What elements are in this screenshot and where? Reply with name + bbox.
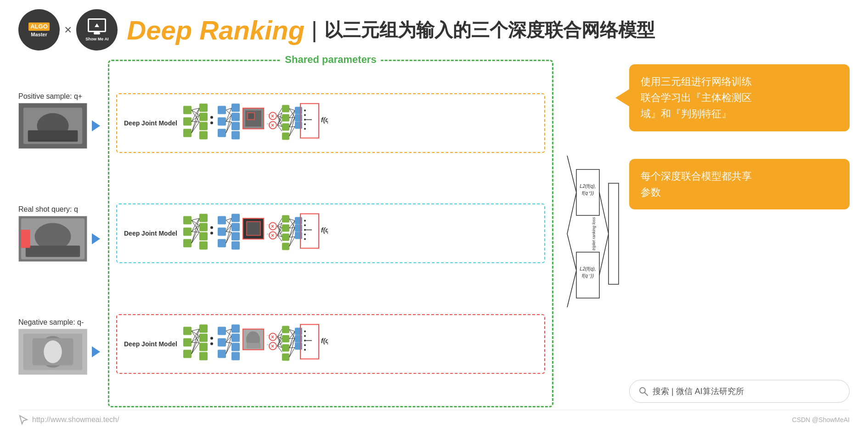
svg-line-186 <box>226 329 231 342</box>
svg-line-248 <box>599 192 609 234</box>
monitor-icon <box>88 18 106 32</box>
svg-point-83 <box>304 119 306 121</box>
svg-line-95 <box>192 219 199 232</box>
svg-text:×: × <box>271 333 274 340</box>
svg-rect-108 <box>218 228 226 236</box>
footer: http://www.showmeai.tech/ CSDN @ShowMeAI <box>18 410 850 425</box>
svg-rect-90 <box>183 228 192 236</box>
svg-rect-78 <box>295 107 302 114</box>
title-area: Deep Ranking | 以三元组为输入的三个深度联合网络模型 <box>127 15 850 45</box>
svg-rect-119 <box>231 232 240 241</box>
svg-line-73 <box>289 118 295 118</box>
svg-rect-122 <box>247 222 260 236</box>
svg-rect-45 <box>231 131 240 140</box>
query-model-label: Deep Joint Model <box>124 230 177 237</box>
svg-rect-140 <box>282 225 289 232</box>
svg-point-105 <box>210 226 213 229</box>
svg-rect-139 <box>282 215 289 223</box>
svg-line-222 <box>289 338 295 338</box>
search-placeholder-text: 搜索 | 微信 AI算法研究所 <box>653 386 744 397</box>
svg-rect-250 <box>609 183 619 284</box>
svg-line-77 <box>289 127 295 136</box>
svg-line-169 <box>192 329 199 342</box>
footer-left: http://www.showmeai.tech/ <box>18 415 119 425</box>
svg-rect-194 <box>231 352 240 360</box>
negative-model-label: Deep Joint Model <box>124 340 177 348</box>
svg-rect-191 <box>231 324 240 333</box>
svg-line-112 <box>226 219 231 232</box>
positive-arrow-right <box>92 120 100 131</box>
footer-url: http://www.showmeai.tech/ <box>32 416 119 424</box>
svg-point-179 <box>210 337 213 339</box>
query-arrow-right <box>92 233 100 244</box>
svg-rect-109 <box>218 239 226 248</box>
svg-rect-181 <box>218 327 226 335</box>
svg-rect-142 <box>282 243 289 250</box>
svg-text:→: → <box>266 222 271 227</box>
positive-sample-item: Positive sample: q+ <box>18 92 101 149</box>
svg-rect-68 <box>282 133 289 140</box>
svg-text:←: ← <box>266 231 271 237</box>
svg-rect-44 <box>231 122 240 130</box>
svg-rect-163 <box>183 327 192 335</box>
svg-rect-154 <box>295 232 302 239</box>
svg-rect-32 <box>218 106 226 114</box>
svg-rect-236 <box>300 324 319 359</box>
svg-point-156 <box>304 225 306 226</box>
svg-point-85 <box>304 128 306 130</box>
svg-text:f(q⁻): f(q⁻) <box>321 337 328 344</box>
svg-text:L2(f(q),: L2(f(q), <box>580 183 596 189</box>
page-title-chinese: 以三元组为输入的三个深度联合网络模型 <box>324 17 655 43</box>
right-panel: 使用三元组进行网络训练联合学习出『主体检测区域』和『判别特征』 每个深度联合模型… <box>629 60 850 407</box>
negative-arrow-right <box>92 346 100 357</box>
svg-marker-254 <box>20 416 27 424</box>
svg-point-232 <box>304 339 306 341</box>
svg-rect-103 <box>199 232 208 241</box>
svg-point-31 <box>210 122 213 124</box>
svg-line-171 <box>192 342 199 343</box>
svg-rect-120 <box>231 242 240 250</box>
svg-rect-178 <box>199 352 208 360</box>
svg-rect-161 <box>300 214 319 248</box>
positive-sample-image <box>18 103 87 149</box>
svg-rect-33 <box>218 118 226 126</box>
diagram-area: Positive sample: q+ <box>18 60 620 407</box>
svg-point-157 <box>304 229 306 231</box>
svg-rect-65 <box>282 105 289 113</box>
svg-point-30 <box>210 116 213 119</box>
svg-line-238 <box>567 156 576 192</box>
svg-point-230 <box>304 330 306 332</box>
footer-credit: CSDN @ShowMeAI <box>792 416 850 423</box>
svg-point-180 <box>210 342 213 345</box>
svg-line-20 <box>192 108 199 122</box>
svg-rect-42 <box>231 104 240 112</box>
svg-text:→: → <box>266 112 271 117</box>
svg-rect-8 <box>21 230 30 248</box>
svg-text:←: ← <box>266 341 271 347</box>
svg-text:×: × <box>271 223 274 230</box>
svg-line-70 <box>289 111 295 118</box>
svg-line-24 <box>192 115 199 133</box>
bubble1-text: 使用三元组进行网络训练联合学习出『主体检测区域』和『判别特征』 <box>641 76 752 119</box>
svg-line-39 <box>226 122 231 122</box>
svg-line-114 <box>226 232 231 232</box>
search-box[interactable]: 搜索 | 微信 AI算法研究所 <box>629 380 850 403</box>
svg-line-150 <box>289 237 295 237</box>
negative-sample-label: Negative sample: q- <box>18 318 84 327</box>
query-model-row: Deep Joint Model <box>116 203 545 263</box>
loss-diagram: L2(f(q), f(q⁺)) L2(f(q), f(q⁻)) triplet … <box>565 124 620 344</box>
svg-line-22 <box>192 122 199 122</box>
algo-text: ALGO <box>28 23 50 31</box>
svg-rect-176 <box>199 333 208 342</box>
svg-point-106 <box>210 232 213 235</box>
svg-line-219 <box>289 331 295 338</box>
svg-rect-34 <box>218 129 226 137</box>
svg-line-240 <box>567 234 576 271</box>
master-text: Master <box>31 32 47 37</box>
svg-rect-192 <box>231 333 240 342</box>
svg-line-253 <box>645 393 648 395</box>
bubble2-text: 每个深度联合模型都共享参数 <box>641 170 752 198</box>
svg-rect-175 <box>199 324 208 333</box>
info-bubble-2: 每个深度联合模型都共享参数 <box>629 159 850 209</box>
svg-point-84 <box>304 124 306 125</box>
